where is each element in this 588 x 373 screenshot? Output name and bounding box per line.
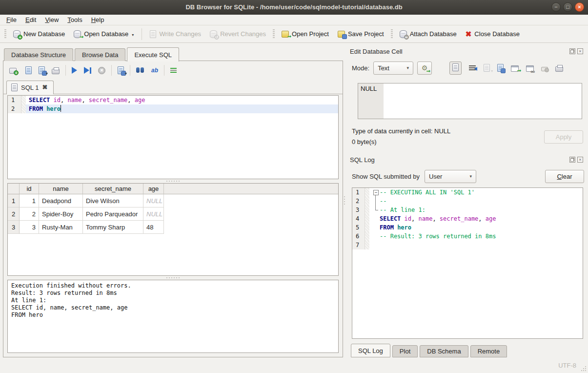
results-table[interactable]: id name secret_name age 11DeadpondDive W… [7,183,339,276]
menu-view[interactable]: View [41,15,63,25]
table-cell[interactable]: 48 [143,221,164,234]
word-wrap-icon[interactable] [469,64,476,71]
encoding-indicator[interactable]: UTF-8 [558,362,576,369]
splitter-results-message[interactable] [3,276,343,280]
menu-file[interactable]: File [2,15,21,25]
table-cell[interactable]: Spider-Boy [39,207,83,221]
execute-current-line-icon[interactable] [84,67,91,74]
close-database-button[interactable]: ✖ Close Database [461,28,524,40]
line-number: 7 [352,241,365,249]
save-project-button[interactable]: Save Project [333,28,388,40]
open-database-button[interactable]: ➞ Open Database ▾ [69,28,138,40]
code-line: 7 [352,241,583,249]
menu-help[interactable]: Help [87,15,109,25]
close-icon[interactable]: × [575,2,584,12]
dock-tab-plot[interactable]: Plot [392,345,418,357]
open-sql-file-icon[interactable] [25,66,32,74]
dock-tab-remote[interactable]: Remote [470,345,507,357]
open-database-dropdown-icon[interactable]: ▾ [132,33,134,38]
tab-database-structure[interactable]: Database Structure [4,48,73,61]
table-cell[interactable]: 3 [20,221,39,234]
table-cell[interactable]: 1 [20,194,39,207]
mode-select[interactable]: Text ▾ [373,62,413,75]
import-icon[interactable]: ▾ [484,64,490,72]
execute-all-icon[interactable] [72,67,77,74]
dock-tab-db-schema[interactable]: DB Schema [420,345,468,357]
set-null-icon[interactable] [541,67,548,71]
new-tab-icon[interactable]: + [9,68,17,74]
sql-file-tab[interactable]: SQL 1 ✖ [6,81,54,94]
close-dock-icon[interactable]: × [577,157,583,163]
float-dock-icon[interactable] [569,157,575,163]
print-cell-icon[interactable] [555,66,563,72]
attach-database-button[interactable]: ∞ Attach Database [395,28,461,40]
sql-log-dock-title: SQL Log × [350,154,584,165]
line-number: 5 [352,223,365,232]
menu-tools[interactable]: Tools [63,15,86,25]
copy-link-icon[interactable] [526,65,534,72]
sql-log-view[interactable]: 1-- EXECUTING ALL IN 'SQL 1'2--3-- At li… [352,187,583,339]
results-corner-cell [8,184,20,194]
fold-marker[interactable] [372,188,380,197]
stop-icon[interactable]: ✕ [98,67,105,74]
row-number[interactable]: 1 [8,194,20,207]
execution-message-area[interactable]: Execution finished without errors. Resul… [7,280,339,353]
format-sql-icon[interactable] [170,67,177,74]
maximize-icon[interactable]: □ [563,2,572,12]
minimize-icon[interactable]: − [551,2,561,12]
table-cell[interactable]: Rusty-Man [39,221,83,234]
cell-content-editor[interactable]: NULL [358,83,582,119]
table-cell[interactable]: Dive Wilson [83,194,143,207]
table-cell[interactable]: 2 [20,207,39,221]
table-cell[interactable]: NULL [143,207,164,221]
save-results-icon[interactable]: ▾ [118,66,124,74]
toolbar-drag-handle[interactable] [391,29,393,39]
new-database-button[interactable]: + New Database [9,28,69,40]
auto-complete-icon[interactable]: ab [151,66,158,74]
submitted-by-select[interactable]: User ▾ [425,170,476,183]
table-cell[interactable]: Pedro Parqueador [83,207,143,221]
find-replace-icon[interactable] [136,67,144,74]
print-icon[interactable] [52,69,60,74]
column-header-name[interactable]: name [39,184,83,194]
auto-apply-button[interactable]: ⚙ ➞ [417,62,432,75]
clear-button[interactable]: Clear [545,170,584,183]
sql-editor[interactable]: 1SELECT id, name, secret_name, age2FROM … [7,95,339,179]
save-as-icon[interactable] [497,64,504,72]
code-line: 1-- EXECUTING ALL IN 'SQL 1' [352,188,583,197]
fold-marker [372,214,380,223]
toolbar-drag-handle[interactable] [4,29,6,39]
column-header-id[interactable]: id [20,184,39,194]
float-dock-icon[interactable] [569,48,575,54]
table-cell[interactable]: Deadpond [39,194,83,207]
execute-sql-pane: + ▾ ✕ ▾ ab [3,61,343,357]
tab-execute-sql[interactable]: Execute SQL [127,47,179,62]
row-number[interactable]: 3 [8,221,20,234]
table-cell[interactable]: Tommy Sharp [83,221,143,234]
database-open-icon: ➞ [74,30,81,38]
splitter-editor-results[interactable] [3,179,343,183]
revert-changes-button[interactable]: ↺ Revert Changes [205,28,270,40]
close-dock-icon[interactable]: × [577,48,583,54]
write-changes-button[interactable]: Write Changes [145,28,205,40]
column-header-age[interactable]: age [143,184,164,194]
fold-margin [365,188,369,197]
save-sql-file-icon[interactable]: ▾ [39,66,45,74]
close-tab-icon[interactable]: ✖ [42,84,47,90]
export-icon[interactable]: ➞ [511,65,519,72]
toolbar-drag-handle[interactable] [273,29,275,39]
sql-log-title: SQL Log [350,156,569,164]
table-cell[interactable]: NULL [143,194,164,207]
apply-button[interactable]: Apply [544,130,583,144]
row-number[interactable]: 2 [8,207,20,221]
message-line: SELECT id, name, secret_name, age [11,304,335,311]
fold-margin [365,232,369,241]
text-mode-button[interactable] [449,62,462,75]
open-project-button[interactable]: ➞ Open Project [277,28,333,40]
tab-browse-data[interactable]: Browse Data [75,48,125,61]
resize-grip[interactable] [581,366,587,372]
menu-edit[interactable]: Edit [21,15,41,25]
dock-tab-sql-log[interactable]: SQL Log [351,344,390,357]
table-row: 33Rusty-ManTommy Sharp48 [8,221,338,234]
column-header-secret-name[interactable]: secret_name [83,184,143,194]
